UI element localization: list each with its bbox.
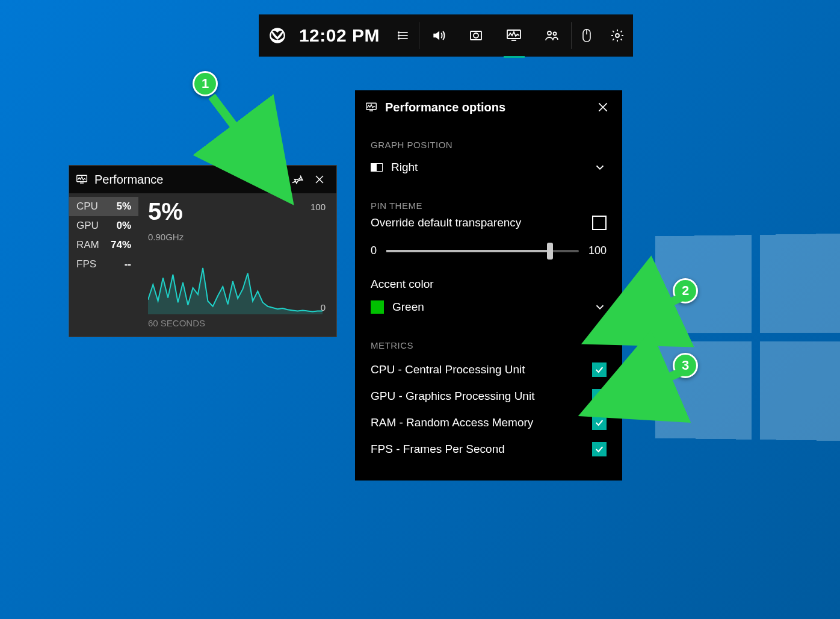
chart-y-max: 100 xyxy=(310,202,326,212)
chart-area: 5% 100 0.90GHz 0 60 SECONDS xyxy=(138,193,336,337)
usage-chart xyxy=(148,248,323,314)
svg-point-11 xyxy=(548,31,551,35)
slider-min: 0 xyxy=(371,244,377,257)
svg-line-30 xyxy=(212,96,264,165)
accent-color-label: Accent color xyxy=(371,278,607,291)
xbox-game-bar: 12:02 PM xyxy=(259,14,633,57)
performance-titlebar[interactable]: Performance xyxy=(69,166,336,193)
pin-theme-label: PIN THEME xyxy=(371,201,607,211)
svg-point-4 xyxy=(398,32,399,33)
svg-point-6 xyxy=(398,38,399,39)
chart-y-min: 0 xyxy=(321,302,326,313)
metrics-list: CPU 5% GPU 0% RAM 74% FPS -- xyxy=(69,193,138,337)
graph-position-select[interactable]: Right xyxy=(371,155,607,180)
close-button[interactable] xyxy=(309,169,330,190)
capture-icon[interactable] xyxy=(457,14,495,57)
override-transparency-label: Override default transparency xyxy=(371,216,592,229)
position-swatch-icon xyxy=(371,163,383,172)
chart-x-label: 60 SECONDS xyxy=(148,318,326,328)
graph-position-label: GRAPH POSITION xyxy=(371,140,607,150)
override-transparency-checkbox[interactable] xyxy=(592,216,607,230)
checkbox-ram[interactable] xyxy=(592,415,607,430)
monitor-icon xyxy=(365,102,378,113)
metric-fps[interactable]: FPS -- xyxy=(69,255,138,274)
metric-ram[interactable]: RAM 74% xyxy=(69,235,138,255)
pin-button[interactable] xyxy=(287,169,309,190)
performance-options-panel: Performance options GRAPH POSITION Right… xyxy=(355,90,622,481)
metrics-section-label: METRICS xyxy=(371,340,607,350)
svg-point-5 xyxy=(398,35,399,36)
accent-color-swatch xyxy=(371,300,384,314)
options-title: Performance options xyxy=(385,101,593,114)
checkbox-cpu[interactable] xyxy=(592,362,607,377)
performance-title: Performance xyxy=(94,173,265,187)
metric-option-ram[interactable]: RAM - Random Access Memory xyxy=(371,415,607,430)
transparency-slider[interactable]: 0 100 xyxy=(371,244,607,257)
metric-option-gpu[interactable]: GPU - Graphics Processing Unit xyxy=(371,389,607,403)
metric-option-fps[interactable]: FPS - Frames Per Second xyxy=(371,442,607,456)
metric-option-cpu[interactable]: CPU - Central Processing Unit xyxy=(371,362,607,377)
xbox-social-icon[interactable] xyxy=(533,14,571,57)
svg-point-22 xyxy=(277,178,279,180)
windows-logo xyxy=(655,233,840,441)
performance-icon[interactable] xyxy=(495,14,533,57)
slider-track[interactable] xyxy=(386,250,579,252)
xbox-icon[interactable] xyxy=(259,14,297,57)
audio-icon[interactable] xyxy=(419,14,457,57)
metric-gpu[interactable]: GPU 0% xyxy=(69,216,138,235)
checkbox-gpu[interactable] xyxy=(592,389,607,403)
accent-color-select[interactable]: Green xyxy=(371,294,607,320)
options-header: Performance options xyxy=(355,90,622,124)
svg-point-21 xyxy=(274,175,276,177)
mouse-icon[interactable] xyxy=(572,14,602,57)
monitor-icon xyxy=(75,174,88,185)
chevron-down-icon xyxy=(593,300,607,314)
chart-clock-speed: 0.90GHz xyxy=(148,232,326,242)
clock-time: 12:02 PM xyxy=(297,25,388,46)
svg-point-8 xyxy=(474,33,478,38)
chart-main-value: 5% xyxy=(148,199,326,223)
widgets-menu-icon[interactable] xyxy=(388,14,419,57)
svg-point-23 xyxy=(273,181,274,183)
callout-1: 1 xyxy=(193,71,218,96)
close-button[interactable] xyxy=(593,98,613,117)
chevron-down-icon xyxy=(593,161,607,174)
checkbox-fps[interactable] xyxy=(592,442,607,456)
performance-widget: Performance CPU 5% GPU 0% RAM 74% xyxy=(69,165,337,337)
slider-max: 100 xyxy=(588,244,607,257)
svg-point-12 xyxy=(554,33,557,36)
svg-rect-7 xyxy=(471,31,481,40)
metric-cpu[interactable]: CPU 5% xyxy=(69,197,138,216)
svg-point-15 xyxy=(616,34,619,37)
widget-settings-button[interactable] xyxy=(265,169,287,190)
settings-gear-icon[interactable] xyxy=(602,14,633,57)
